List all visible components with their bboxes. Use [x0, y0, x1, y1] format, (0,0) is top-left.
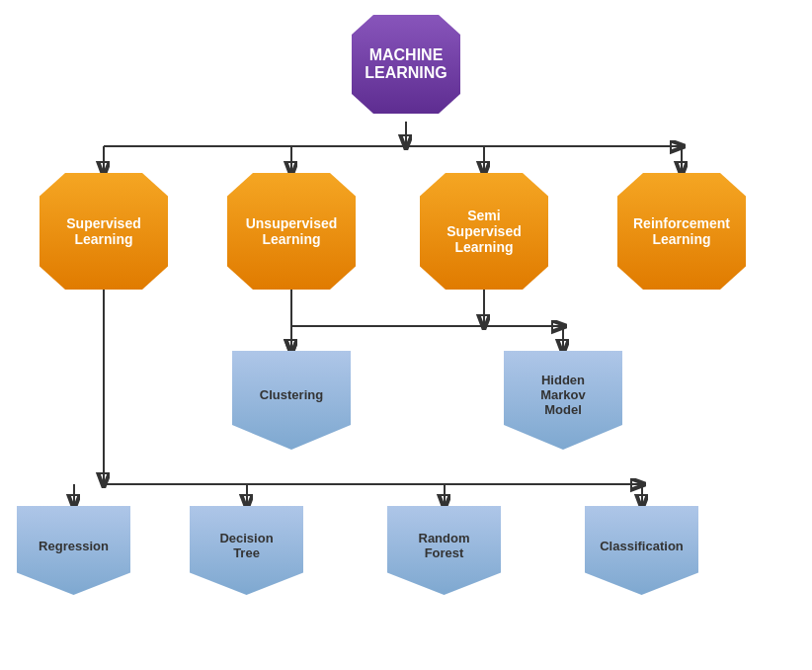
decision-tree-node: Decision Tree [190, 506, 303, 595]
reinforcement-label: Reinforcement Learning [633, 215, 730, 247]
reinforcement-node: Reinforcement Learning [617, 173, 746, 290]
clustering-label: Clustering [260, 387, 323, 414]
root-node: MACHINE LEARNING [352, 15, 460, 114]
classification-label: Classification [600, 539, 684, 563]
classification-node: Classification [585, 506, 698, 595]
regression-label: Regression [39, 539, 109, 563]
regression-node: Regression [17, 506, 130, 595]
supervised-label: Supervised Learning [66, 215, 140, 247]
hidden-markov-node: Hidden Markov Model [504, 351, 622, 450]
semi-label: Semi Supervised Learning [447, 208, 521, 255]
decision-tree-label: Decision Tree [219, 531, 273, 570]
root-label: MACHINE LEARNING [365, 46, 447, 82]
diagram: MACHINE LEARNING Supervised Learning Uns… [0, 0, 812, 670]
clustering-node: Clustering [232, 351, 351, 450]
supervised-node: Supervised Learning [40, 173, 168, 290]
random-forest-node: Random Forest [387, 506, 501, 595]
unsupervised-node: Unsupervised Learning [227, 173, 356, 290]
hidden-markov-label: Hidden Markov Model [540, 373, 586, 429]
random-forest-label: Random Forest [419, 531, 470, 570]
semi-supervised-node: Semi Supervised Learning [420, 173, 548, 290]
unsupervised-label: Unsupervised Learning [246, 215, 338, 247]
